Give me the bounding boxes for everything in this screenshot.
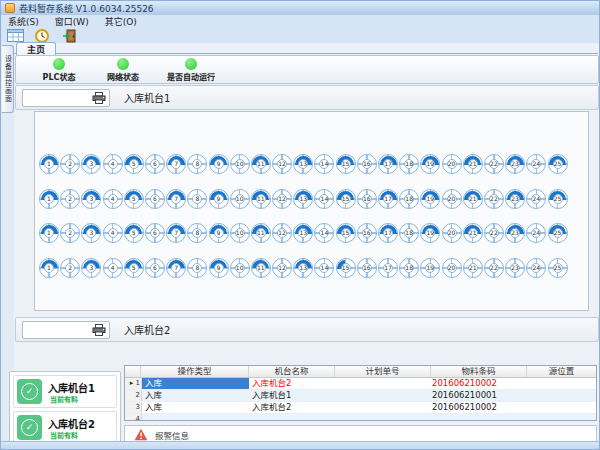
- slot-2-15: 15: [336, 189, 356, 209]
- check-icon: ✓: [17, 415, 42, 440]
- slot-4-15: 15: [336, 258, 356, 278]
- table-cell[interactable]: [429, 414, 524, 421]
- machine-card-1[interactable]: ✓ 入库机台1 当前有料: [13, 375, 117, 408]
- slot-2-2: 2: [60, 189, 80, 209]
- slot-3-22: 22: [484, 223, 504, 243]
- plc-status-indicator: PLC状态: [30, 58, 88, 82]
- slot-1-3: 3: [81, 154, 101, 174]
- slot-1-1: 1: [39, 154, 59, 174]
- slot-4-23: 23: [505, 258, 525, 278]
- slot-2-20: 20: [442, 189, 462, 209]
- slot-3-7: 7: [166, 223, 186, 243]
- section-header-machine2: 入库机台2: [15, 317, 599, 342]
- table-row[interactable]: ▸ 1入库入库机台2201606210002: [125, 378, 596, 390]
- slot-2-1: 1: [39, 189, 59, 209]
- task-table: 操作类型 机台名称 计划单号 物料条码 源位置 ▸ 1入库入库机台2201606…: [124, 365, 597, 421]
- slot-3-19: 19: [420, 223, 440, 243]
- side-panel-tab[interactable]: 设备监控画面: [2, 45, 14, 113]
- col-header-operation[interactable]: 操作类型: [141, 366, 249, 377]
- col-header-barcode[interactable]: 物料条码: [431, 366, 527, 377]
- slot-4-10: 10: [230, 258, 250, 278]
- slot-4-24: 24: [526, 258, 546, 278]
- table-cell[interactable]: [524, 378, 596, 389]
- toolbar: [1, 28, 599, 43]
- table-row[interactable]: 4: [125, 414, 596, 421]
- slot-3-9: 9: [209, 223, 229, 243]
- table-cell[interactable]: [334, 414, 429, 421]
- slot-3-1: 1: [39, 223, 59, 243]
- slot-4-4: 4: [103, 258, 123, 278]
- table-row[interactable]: 2入库入库机台1201606210001: [125, 390, 596, 402]
- slot-1-6: 6: [145, 154, 165, 174]
- slot-1-11: 11: [251, 154, 271, 174]
- table-cell[interactable]: [334, 390, 429, 401]
- print-button[interactable]: [22, 321, 110, 339]
- slot-3-18: 18: [399, 223, 419, 243]
- slot-2-6: 6: [145, 189, 165, 209]
- row-header: 2: [125, 390, 142, 401]
- table-cell[interactable]: 201606210002: [429, 402, 524, 413]
- section-title: 入库机台1: [124, 86, 170, 109]
- table-cell[interactable]: 201606210002: [429, 378, 524, 389]
- row-header: 4: [125, 414, 142, 421]
- slot-3-25: 25: [548, 223, 568, 243]
- tabstrip-divider: [14, 53, 598, 54]
- table-cell[interactable]: [334, 402, 429, 413]
- col-header-machine[interactable]: 机台名称: [249, 366, 335, 377]
- slot-2-3: 3: [81, 189, 101, 209]
- indicator-label: PLC状态: [43, 71, 76, 82]
- slot-2-25: 25: [548, 189, 568, 209]
- table-cell[interactable]: [524, 390, 596, 401]
- table-cell[interactable]: [524, 402, 596, 413]
- machine-card-2[interactable]: ✓ 入库机台2 当前有料: [13, 411, 117, 444]
- col-header-plan[interactable]: 计划单号: [335, 366, 431, 377]
- print-button[interactable]: [22, 89, 110, 107]
- calendar-icon[interactable]: [6, 29, 24, 43]
- table-cell[interactable]: [249, 414, 334, 421]
- menu-other[interactable]: 其它(O): [105, 15, 137, 28]
- slot-3-21: 21: [463, 223, 483, 243]
- network-status-indicator: 网络状态: [94, 58, 152, 82]
- card-status: 当前有料: [50, 394, 78, 404]
- table-cell[interactable]: 入库机台2: [249, 378, 334, 389]
- slot-3-14: 14: [314, 223, 334, 243]
- printer-icon: [92, 324, 106, 336]
- slot-2-21: 21: [463, 189, 483, 209]
- clock-icon[interactable]: [33, 29, 51, 43]
- table-row[interactable]: 3入库入库机台2201606210002: [125, 402, 596, 414]
- menu-window[interactable]: 窗口(W): [55, 15, 89, 28]
- card-status: 当前有料: [50, 430, 78, 440]
- table-cell[interactable]: 入库: [142, 390, 249, 401]
- slot-4-3: 3: [81, 258, 101, 278]
- slot-4-19: 19: [420, 258, 440, 278]
- table-cell[interactable]: 入库: [142, 378, 249, 389]
- table-cell[interactable]: [142, 414, 249, 421]
- statusbar: [1, 441, 599, 449]
- menu-system[interactable]: 系统(S): [8, 15, 39, 28]
- machine-card-panel: ✓ 入库机台1 当前有料 ✓ 入库机台2 当前有料: [9, 371, 121, 443]
- slot-1-10: 10: [230, 154, 250, 174]
- auto-run-indicator: 是否自动运行: [154, 58, 228, 82]
- slot-3-6: 6: [145, 223, 165, 243]
- slot-2-13: 13: [293, 189, 313, 209]
- col-header-source[interactable]: 源位置: [527, 366, 596, 377]
- table-cell[interactable]: 入库: [142, 402, 249, 413]
- slot-4-17: 17: [378, 258, 398, 278]
- tab-home[interactable]: 主页: [16, 42, 56, 55]
- slot-4-18: 18: [399, 258, 419, 278]
- slot-3-24: 24: [526, 223, 546, 243]
- slot-1-12: 12: [272, 154, 292, 174]
- exit-door-icon[interactable]: [60, 29, 78, 43]
- table-cell[interactable]: [524, 414, 596, 421]
- slot-1-24: 24: [526, 154, 546, 174]
- table-cell[interactable]: [334, 378, 429, 389]
- table-cell[interactable]: 入库机台2: [249, 402, 334, 413]
- slot-row-1: 1234567891011121314151617181920212223242…: [39, 154, 589, 174]
- slot-2-5: 5: [124, 189, 144, 209]
- slot-3-16: 16: [357, 223, 377, 243]
- table-cell[interactable]: 入库机台1: [249, 390, 334, 401]
- slot-1-20: 20: [442, 154, 462, 174]
- slot-1-19: 19: [420, 154, 440, 174]
- menubar: 系统(S) 窗口(W) 其它(O): [1, 15, 599, 28]
- table-cell[interactable]: 201606210001: [429, 390, 524, 401]
